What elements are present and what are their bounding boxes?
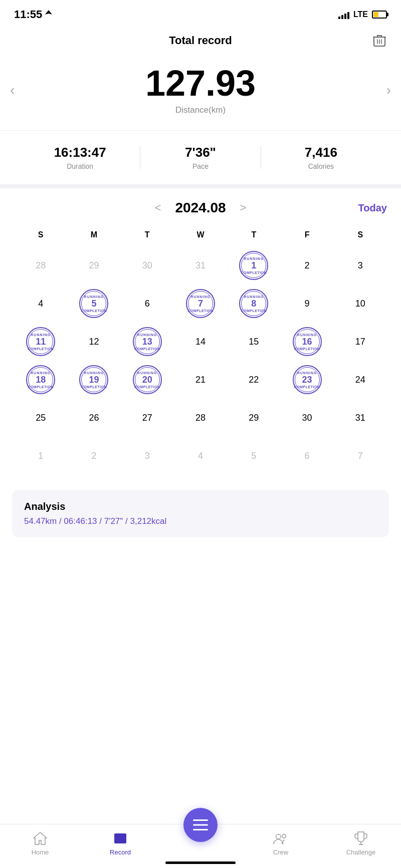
next-arrow[interactable]: ›: [381, 77, 396, 103]
running-stamp: RUNNING16COMPLETION: [293, 327, 322, 356]
running-stamp: RUNNING5COMPLETION: [79, 289, 108, 318]
status-right: LTE: [338, 10, 387, 19]
nav-record-label: Record: [110, 848, 131, 856]
cal-day[interactable]: 30: [280, 400, 333, 436]
cal-day[interactable]: 14: [174, 324, 227, 360]
analysis-section: Analysis 54.47km / 06:46:13 / 7'27" / 3,…: [12, 490, 389, 537]
nav-challenge-label: Challenge: [346, 848, 376, 856]
cal-day[interactable]: 3: [121, 438, 174, 474]
main-value: 127.93: [145, 65, 256, 101]
cal-next-btn[interactable]: >: [233, 198, 254, 217]
cal-day[interactable]: 29: [67, 247, 120, 283]
menu-icon: [193, 819, 208, 830]
running-stamp: RUNNING20COMPLETION: [133, 365, 162, 394]
running-stamp: RUNNING1COMPLETION: [239, 251, 268, 280]
cal-day[interactable]: RUNNING1COMPLETION: [227, 247, 280, 283]
pace-label: Pace: [192, 162, 209, 170]
calories-stat: 7,416 Calories: [261, 145, 381, 170]
cal-day[interactable]: RUNNING11COMPLETION: [14, 324, 67, 360]
main-stats: ‹ 127.93 Distance(km) ›: [0, 55, 401, 125]
nav-crew-label: Crew: [273, 848, 288, 856]
cal-day[interactable]: 29: [227, 400, 280, 436]
main-label: Distance(km): [175, 105, 226, 115]
pace-value: 7'36": [185, 145, 216, 160]
cal-day[interactable]: 3: [334, 247, 387, 283]
running-stamp: RUNNING23COMPLETION: [293, 365, 322, 394]
analysis-title: Analysis: [24, 501, 377, 512]
cal-day[interactable]: 4: [14, 285, 67, 322]
fab-button[interactable]: [183, 808, 218, 842]
cal-day[interactable]: 15: [227, 324, 280, 360]
cal-day[interactable]: 21: [174, 362, 227, 398]
page-header: Total record: [0, 26, 401, 55]
calories-value: 7,416: [305, 145, 337, 160]
cal-day[interactable]: RUNNING5COMPLETION: [67, 285, 120, 322]
cal-day[interactable]: RUNNING20COMPLETION: [121, 362, 174, 398]
day-headers: S M T W T F S: [14, 227, 387, 242]
cal-day[interactable]: RUNNING19COMPLETION: [67, 362, 120, 398]
cal-day[interactable]: 6: [121, 285, 174, 322]
cal-day[interactable]: RUNNING23COMPLETION: [280, 362, 333, 398]
svg-point-9: [282, 834, 286, 838]
cal-day[interactable]: 2: [67, 438, 120, 474]
cal-day[interactable]: RUNNING8COMPLETION: [227, 285, 280, 322]
cal-day[interactable]: 31: [174, 247, 227, 283]
svg-rect-3: [193, 829, 208, 830]
calendar-section: < 2024.08 > Today S M T W T F S 28293031…: [0, 188, 401, 484]
cal-day[interactable]: 10: [334, 285, 387, 322]
duration-stat: 16:13:47 Duration: [20, 145, 140, 170]
record-icon: [112, 830, 128, 846]
calendar-month: 2024.08: [175, 200, 226, 216]
crew-icon: [273, 830, 289, 846]
cal-day[interactable]: 1: [14, 438, 67, 474]
cal-day[interactable]: RUNNING13COMPLETION: [121, 324, 174, 360]
analysis-data: 54.47km / 06:46:13 / 7'27" / 3,212kcal: [24, 516, 377, 526]
cal-day[interactable]: RUNNING16COMPLETION: [280, 324, 333, 360]
duration-value: 16:13:47: [54, 145, 106, 160]
running-stamp: RUNNING13COMPLETION: [133, 327, 162, 356]
day-header-sat: S: [334, 227, 387, 242]
cal-day[interactable]: 24: [334, 362, 387, 398]
cal-day[interactable]: 5: [227, 438, 280, 474]
calendar-header: < 2024.08 > Today: [14, 198, 387, 217]
cal-day[interactable]: 26: [67, 400, 120, 436]
cal-day[interactable]: 22: [227, 362, 280, 398]
prev-arrow[interactable]: ‹: [5, 77, 20, 103]
battery-icon: [372, 11, 387, 19]
cal-day[interactable]: 6: [280, 438, 333, 474]
cal-day[interactable]: 9: [280, 285, 333, 322]
nav-home-label: Home: [32, 848, 49, 856]
home-icon: [32, 830, 48, 846]
trash-button[interactable]: [372, 33, 387, 48]
pace-stat: 7'36" Pace: [140, 145, 260, 170]
nav-home[interactable]: Home: [0, 830, 80, 856]
cal-day[interactable]: 28: [174, 400, 227, 436]
svg-rect-5: [116, 836, 118, 841]
nav-crew[interactable]: Crew: [241, 830, 321, 856]
cal-prev-btn[interactable]: <: [148, 198, 168, 217]
cal-day[interactable]: 2: [280, 247, 333, 283]
svg-rect-6: [119, 835, 121, 841]
cal-day[interactable]: 7: [334, 438, 387, 474]
running-stamp: RUNNING8COMPLETION: [239, 289, 268, 318]
cal-day[interactable]: RUNNING7COMPLETION: [174, 285, 227, 322]
sub-stats: 16:13:47 Duration 7'36" Pace 7,416 Calor…: [0, 130, 401, 184]
cal-day[interactable]: 17: [334, 324, 387, 360]
cal-day[interactable]: 4: [174, 438, 227, 474]
cal-day[interactable]: RUNNING18COMPLETION: [14, 362, 67, 398]
today-button[interactable]: Today: [358, 202, 387, 214]
home-indicator: [165, 861, 236, 864]
cal-day[interactable]: 12: [67, 324, 120, 360]
cal-day[interactable]: 31: [334, 400, 387, 436]
svg-point-8: [276, 834, 281, 839]
signal-bars: [338, 10, 349, 19]
cal-day[interactable]: 28: [14, 247, 67, 283]
nav-challenge[interactable]: Challenge: [321, 830, 401, 856]
page-title: Total record: [169, 34, 232, 47]
cal-day[interactable]: 30: [121, 247, 174, 283]
cal-day[interactable]: 27: [121, 400, 174, 436]
cal-day[interactable]: 25: [14, 400, 67, 436]
nav-record[interactable]: Record: [80, 830, 160, 856]
running-stamp: RUNNING7COMPLETION: [186, 289, 215, 318]
day-header-wed: W: [174, 227, 227, 242]
